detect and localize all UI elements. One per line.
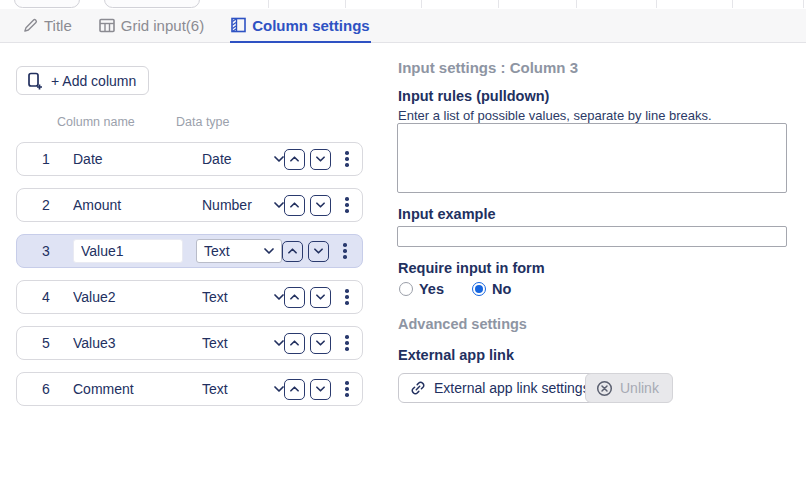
column-name: Amount (73, 197, 191, 213)
tab-bar: Title Grid input(6) Column settings (0, 9, 806, 43)
data-type-value: Text (204, 243, 230, 259)
chevron-up-icon (290, 386, 299, 392)
chevron-down-icon (274, 202, 284, 208)
radio-option-no[interactable]: No (472, 281, 511, 297)
move-down-button[interactable] (308, 241, 329, 262)
move-up-button[interactable] (284, 379, 305, 400)
chevron-up-icon (290, 202, 299, 208)
move-down-button[interactable] (310, 333, 331, 354)
require-input-label: Require input in form (398, 260, 545, 276)
column-name-input[interactable] (73, 239, 183, 263)
move-down-button[interactable] (310, 287, 331, 308)
column-row-3-selected[interactable]: 3 Text (16, 234, 363, 268)
grid-divider (498, 0, 499, 8)
kebab-menu-icon[interactable] (343, 379, 351, 399)
column-row-5[interactable]: 5 Value3 Text (16, 326, 363, 360)
chevron-down-icon (274, 340, 284, 346)
data-type-select[interactable]: Text (202, 335, 284, 351)
row-actions (284, 149, 351, 170)
move-up-button[interactable] (284, 195, 305, 216)
radio-option-yes[interactable]: Yes (399, 281, 444, 297)
column-name: Value2 (73, 289, 191, 305)
column-number: 3 (39, 243, 53, 259)
add-column-plus-icon (27, 72, 44, 90)
column-name: Date (73, 151, 191, 167)
data-type-select[interactable]: Text (202, 381, 284, 397)
column-number: 4 (39, 289, 53, 305)
input-rules-label: Input rules (pulldown) (398, 88, 549, 104)
column-row-2[interactable]: 2 Amount Number (16, 188, 363, 222)
input-settings-heading: Input settings : Column 3 (398, 59, 578, 76)
chevron-up-icon (290, 156, 299, 162)
unlink-button[interactable]: Unlink (585, 373, 673, 403)
tab-grid-input[interactable]: Grid input(6) (98, 9, 205, 43)
kebab-menu-icon[interactable] (341, 241, 349, 261)
kebab-menu-icon[interactable] (343, 287, 351, 307)
data-type-value: Text (202, 381, 228, 397)
external-app-link-label: External app link (398, 347, 514, 363)
grid-divider (732, 0, 733, 8)
grid-icon (99, 18, 115, 33)
move-down-button[interactable] (310, 379, 331, 400)
input-example-label: Input example (398, 206, 496, 222)
data-type-value: Text (202, 289, 228, 305)
tab-label: Grid input(6) (121, 17, 204, 34)
column-name: Value3 (73, 335, 191, 351)
column-number: 6 (39, 381, 53, 397)
pencil-icon (23, 18, 38, 33)
require-input-radio-group: Yes No (399, 281, 511, 297)
input-example-field[interactable] (397, 226, 787, 247)
chevron-down-icon (274, 156, 284, 162)
kebab-menu-icon[interactable] (343, 149, 351, 169)
move-up-button[interactable] (284, 149, 305, 170)
column-row-1[interactable]: 1 Date Date (16, 142, 363, 176)
row-actions (282, 241, 349, 262)
tab-label: Column settings (252, 17, 370, 34)
move-up-button[interactable] (282, 241, 303, 262)
move-up-button[interactable] (284, 333, 305, 354)
advanced-settings-heading: Advanced settings (398, 316, 527, 332)
column-row-6[interactable]: 6 Comment Text (16, 372, 363, 406)
column-settings-screen: Title Grid input(6) Column settings + Ad… (0, 0, 806, 488)
row-actions (284, 195, 351, 216)
kebab-menu-icon[interactable] (343, 333, 351, 353)
data-type-select[interactable]: Text (202, 289, 284, 305)
data-type-select[interactable]: Text (196, 239, 282, 263)
column-settings-icon (231, 17, 246, 33)
move-down-button[interactable] (310, 149, 331, 170)
chevron-down-icon (274, 386, 284, 392)
radio-icon-unselected[interactable] (399, 282, 413, 296)
chevron-down-icon (316, 202, 325, 208)
column-number: 1 (39, 151, 53, 167)
kebab-menu-icon[interactable] (343, 195, 351, 215)
add-column-button[interactable]: + Add column (16, 66, 149, 95)
radio-icon-selected[interactable] (472, 282, 486, 296)
column-number: 2 (39, 197, 53, 213)
data-type-select[interactable]: Number (202, 197, 284, 213)
chevron-down-icon (316, 340, 325, 346)
move-down-button[interactable] (310, 195, 331, 216)
tab-title[interactable]: Title (22, 9, 73, 43)
external-app-link-settings-button[interactable]: External app link settings (398, 373, 604, 403)
data-type-select[interactable]: Date (202, 151, 284, 167)
row-actions (284, 379, 351, 400)
tab-label: Title (44, 17, 72, 34)
chevron-down-icon (314, 248, 323, 254)
grid-divider (345, 0, 346, 8)
chevron-down-icon (264, 248, 274, 254)
radio-label: No (492, 281, 511, 297)
circle-x-icon (596, 380, 613, 397)
column-number: 5 (39, 335, 53, 351)
grid-divider (576, 0, 577, 8)
cutoff-button-stub (14, 0, 80, 8)
grid-divider (421, 0, 422, 8)
unlink-label: Unlink (620, 380, 659, 396)
link-icon (410, 380, 426, 396)
chevron-down-icon (274, 294, 284, 300)
tab-column-settings[interactable]: Column settings (230, 9, 371, 43)
move-up-button[interactable] (284, 287, 305, 308)
input-rules-textarea[interactable] (397, 123, 787, 193)
column-row-4[interactable]: 4 Value2 Text (16, 280, 363, 314)
grid-divider (656, 0, 657, 8)
column-name-header: Column name (57, 115, 135, 129)
